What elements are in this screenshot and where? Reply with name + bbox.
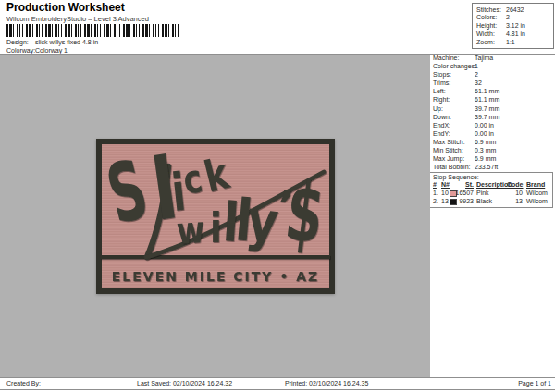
- stop-sequence-title: Stop Sequence:: [433, 174, 479, 180]
- app-subtitle: Wilcom EmbroideryStudio – Level 3 Advanc…: [6, 15, 149, 23]
- design-label: Design:: [6, 39, 29, 45]
- footer-divider-bottom: [0, 389, 555, 390]
- footer-page-number: Page 1 of 1: [518, 380, 551, 386]
- stat-stitches: Stitches: 26432: [473, 6, 553, 15]
- machine-info-panel: Machine:Tajima Color changes:1 Stops:2 T…: [430, 55, 555, 377]
- barcode: [6, 24, 181, 37]
- footer-printed: Printed: 02/10/2024 16.24.35: [285, 380, 368, 386]
- stat-zoom: Zoom: 1:1: [473, 39, 553, 47]
- letter-i2: i: [210, 204, 222, 252]
- patch-bottom-text: ELEVEN MILE CITY • AZ: [112, 269, 319, 284]
- stat-height: Height: 3.12 in: [473, 22, 553, 31]
- stat-width: Width: 4.81 in: [473, 31, 553, 39]
- colorway-label: Colorway:: [6, 47, 35, 54]
- production-worksheet-page: Production Worksheet Wilcom EmbroiderySt…: [0, 0, 555, 392]
- machine-row: Up:39.7 mm: [430, 105, 555, 114]
- machine-row: Max Jump:6.9 mm: [430, 155, 555, 164]
- colorway-value: Colorway 1: [35, 47, 68, 54]
- machine-row: Max Stitch:6.9 mm: [430, 139, 555, 147]
- footer-created-by: Created By:: [6, 380, 41, 386]
- stop-sequence-row: 1. 10 16507 Pink 10 Wilcom: [430, 190, 552, 198]
- embroidery-patch-preview: S l i c k w i l l y ’ $ ELEVEN MILE CITY…: [96, 139, 335, 294]
- stop-sequence-section: Stop Sequence: # N# St. Description Code…: [430, 172, 553, 208]
- footer-last-saved: Last Saved: 02/10/2024 16.24.32: [137, 380, 232, 386]
- machine-row: Total Bobbin:233.57ft: [430, 164, 555, 172]
- page-title: Production Worksheet: [6, 1, 125, 14]
- machine-row: Trims:32: [430, 80, 555, 88]
- machine-row: EndY:0.00 in: [430, 130, 555, 139]
- letter-w: w: [175, 208, 205, 253]
- machine-row: Min Stitch:0.3 mm: [430, 147, 555, 155]
- design-canvas: S l i c k w i l l y ’ $ ELEVEN MILE CITY…: [0, 55, 430, 377]
- machine-row: Machine:Tajima: [430, 55, 555, 63]
- machine-row: Left:61.1 mm: [430, 88, 555, 96]
- machine-row: Stops:2: [430, 71, 555, 80]
- design-stats-box: Stitches: 26432 Colors: 2 Height: 3.12 i…: [472, 3, 554, 49]
- footer-divider-top: [0, 377, 555, 378]
- stop-sequence-row: 2. 13 9923 Black 13 Wilcom: [430, 198, 552, 206]
- machine-row: Down:39.7 mm: [430, 114, 555, 122]
- machine-row: EndX:0.00 in: [430, 122, 555, 130]
- machine-row: Color changes:1: [430, 63, 555, 71]
- machine-row: Right:61.1 mm: [430, 96, 555, 104]
- design-value: slick willys fixed 4.8 in: [35, 39, 98, 45]
- stat-colors: Colors: 2: [473, 14, 553, 22]
